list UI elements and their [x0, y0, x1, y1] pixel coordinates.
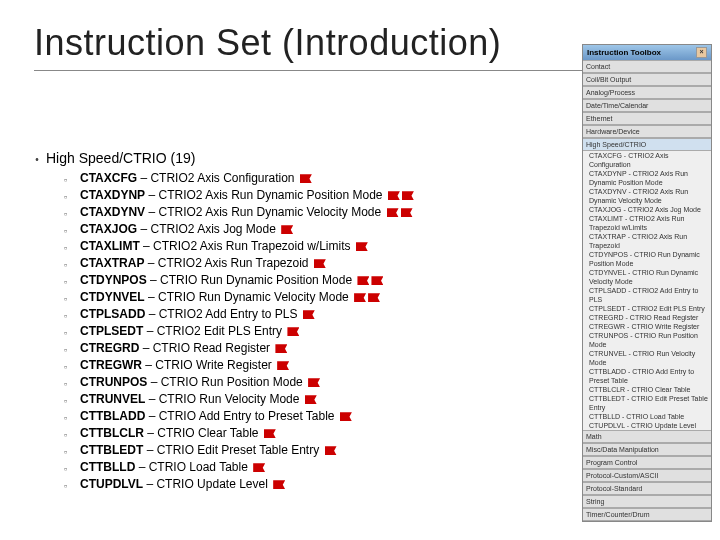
toolbox-item[interactable]: CTAXTRAP - CTRIO2 Axis Run Trapezoid [583, 232, 711, 250]
instruction-toolbox: Instruction Toolbox × ContactCoil/Bit Ou… [582, 44, 712, 522]
toolbox-item[interactable]: CTPLSADD - CTRIO2 Add Entry to PLS [583, 286, 711, 304]
toolbox-item[interactable]: CTTBLCLR - CTRIO Clear Table [583, 385, 711, 394]
toolbox-item[interactable]: CTTBLLD - CTRIO Load Table [583, 412, 711, 421]
flag-icon [325, 446, 337, 455]
instruction-item: CTRUNPOS – CTRIO Run Position Mode [80, 374, 564, 391]
content-block: •High Speed/CTRIO (19) CTAXCFG – CTRIO2 … [34, 150, 564, 493]
flag-icon [402, 191, 414, 200]
flag-icon [281, 225, 293, 234]
instruction-item: CTTBLADD – CTRIO Add Entry to Preset Tab… [80, 408, 564, 425]
instruction-item: CTDYNPOS – CTRIO Run Dynamic Position Mo… [80, 272, 564, 289]
toolbox-item[interactable]: CTTBLADD - CTRIO Add Entry to Preset Tab… [583, 367, 711, 385]
close-icon[interactable]: × [696, 47, 707, 58]
toolbox-item[interactable]: CTAXDYNV - CTRIO2 Axis Run Dynamic Veloc… [583, 187, 711, 205]
toolbox-item[interactable]: CTAXJOG - CTRIO2 Axis Jog Mode [583, 205, 711, 214]
flag-icon [340, 412, 352, 421]
flag-icon [305, 395, 317, 404]
flag-icon [387, 208, 399, 217]
toolbox-section[interactable]: String [583, 495, 711, 508]
category-heading: •High Speed/CTRIO (19) [34, 150, 564, 166]
flag-icon [264, 429, 276, 438]
toolbox-section[interactable]: Protocol-Custom/ASCII [583, 469, 711, 482]
toolbox-item[interactable]: CTPLSEDT - CTRIO2 Edit PLS Entry [583, 304, 711, 313]
toolbox-section[interactable]: Math [583, 430, 711, 443]
toolbox-section[interactable]: High Speed/CTRIO [583, 138, 711, 151]
instruction-item: CTPLSADD – CTRIO2 Add Entry to PLS [80, 306, 564, 323]
instruction-item: CTAXDYNV – CTRIO2 Axis Run Dynamic Veloc… [80, 204, 564, 221]
toolbox-section[interactable]: Analog/Process [583, 86, 711, 99]
toolbox-section[interactable]: Date/Time/Calendar [583, 99, 711, 112]
flag-icon [368, 293, 380, 302]
toolbox-section[interactable]: Program Control [583, 456, 711, 469]
toolbox-item[interactable]: CTREGRD - CTRIO Read Register [583, 313, 711, 322]
toolbox-section[interactable]: Protocol-Standard [583, 482, 711, 495]
flag-icon [371, 276, 383, 285]
instruction-item: CTRUNVEL – CTRIO Run Velocity Mode [80, 391, 564, 408]
flag-icon [354, 293, 366, 302]
instruction-item: CTTBLCLR – CTRIO Clear Table [80, 425, 564, 442]
toolbox-section[interactable]: Misc/Data Manipulation [583, 443, 711, 456]
toolbox-section[interactable]: Contact [583, 60, 711, 73]
flag-icon [401, 208, 413, 217]
toolbox-item[interactable]: CTAXDYNP - CTRIO2 Axis Run Dynamic Posit… [583, 169, 711, 187]
toolbox-item[interactable]: CTREGWR - CTRIO Write Register [583, 322, 711, 331]
instruction-item: CTAXLIMT – CTRIO2 Axis Run Trapezoid w/L… [80, 238, 564, 255]
flag-icon [356, 242, 368, 251]
instruction-item: CTUPDLVL – CTRIO Update Level [80, 476, 564, 493]
instruction-list: CTAXCFG – CTRIO2 Axis Configuration CTAX… [34, 170, 564, 493]
flag-icon [277, 361, 289, 370]
toolbox-item[interactable]: CTDYNVEL - CTRIO Run Dynamic Velocity Mo… [583, 268, 711, 286]
flag-icon [253, 463, 265, 472]
toolbox-section[interactable]: Coil/Bit Output [583, 73, 711, 86]
instruction-item: CTTBLLD – CTRIO Load Table [80, 459, 564, 476]
toolbox-section[interactable]: Hardware/Device [583, 125, 711, 138]
toolbox-item[interactable]: CTTBLEDT - CTRIO Edit Preset Table Entry [583, 394, 711, 412]
toolbox-item[interactable]: CTUPDLVL - CTRIO Update Level [583, 421, 711, 430]
toolbox-item[interactable]: CTDYNPOS - CTRIO Run Dynamic Position Mo… [583, 250, 711, 268]
flag-icon [273, 480, 285, 489]
instruction-item: CTREGRD – CTRIO Read Register [80, 340, 564, 357]
toolbox-item[interactable]: CTRUNPOS - CTRIO Run Position Mode [583, 331, 711, 349]
toolbox-section[interactable]: Ethernet [583, 112, 711, 125]
flag-icon [308, 378, 320, 387]
flag-icon [357, 276, 369, 285]
flag-icon [314, 259, 326, 268]
instruction-item: CTAXCFG – CTRIO2 Axis Configuration [80, 170, 564, 187]
instruction-item: CTAXTRAP – CTRIO2 Axis Run Trapezoid [80, 255, 564, 272]
flag-icon [388, 191, 400, 200]
flag-icon [303, 310, 315, 319]
instruction-item: CTDYNVEL – CTRIO Run Dynamic Velocity Mo… [80, 289, 564, 306]
toolbox-item[interactable]: CTRUNVEL - CTRIO Run Velocity Mode [583, 349, 711, 367]
flag-icon [300, 174, 312, 183]
instruction-item: CTTBLEDT – CTRIO Edit Preset Table Entry [80, 442, 564, 459]
instruction-item: CTPLSEDT – CTRIO2 Edit PLS Entry [80, 323, 564, 340]
instruction-item: CTAXJOG – CTRIO2 Axis Jog Mode [80, 221, 564, 238]
toolbox-titlebar[interactable]: Instruction Toolbox × [583, 45, 711, 60]
toolbox-item[interactable]: CTAXLIMT - CTRIO2 Axis Run Trapezoid w/L… [583, 214, 711, 232]
flag-icon [275, 344, 287, 353]
page-title: Instruction Set (Introduction) [34, 22, 501, 63]
toolbox-item[interactable]: CTAXCFG - CTRIO2 Axis Configuration [583, 151, 711, 169]
instruction-item: CTREGWR – CTRIO Write Register [80, 357, 564, 374]
flag-icon [287, 327, 299, 336]
toolbox-section[interactable]: Timer/Counter/Drum [583, 508, 711, 521]
instruction-item: CTAXDYNP – CTRIO2 Axis Run Dynamic Posit… [80, 187, 564, 204]
